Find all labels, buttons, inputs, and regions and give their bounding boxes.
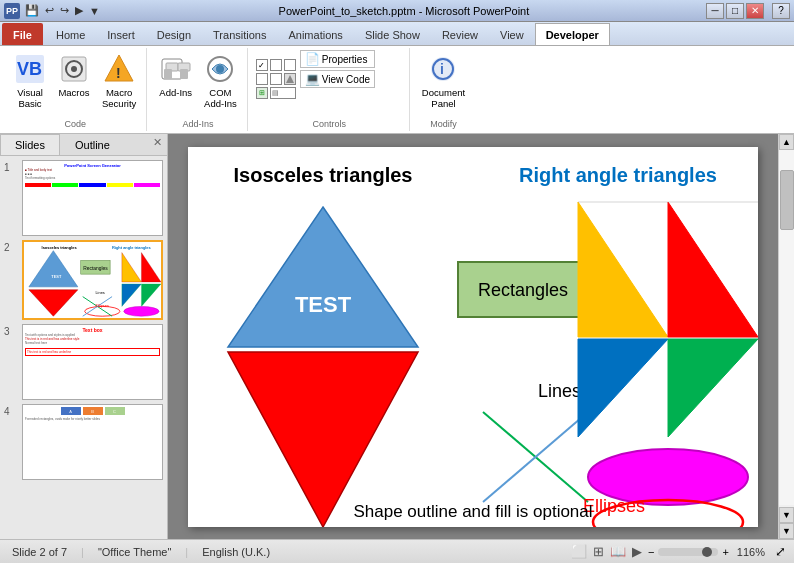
macro-security-button[interactable]: ! MacroSecurity [98, 50, 140, 113]
tab-developer[interactable]: Developer [535, 23, 610, 45]
svg-text:Isosceles triangles: Isosceles triangles [42, 245, 78, 250]
design-mode-icon[interactable]: ⊞ [256, 87, 268, 99]
slide-sorter-btn[interactable]: ⊞ [593, 544, 604, 559]
controls-group-label: Controls [313, 117, 347, 129]
svg-text:i: i [440, 61, 444, 77]
slide-main: Isosceles triangles Right angle triangle… [188, 147, 758, 527]
checkbox-3[interactable] [284, 59, 296, 71]
zoom-level: 116% [733, 546, 769, 558]
window-controls: ─ □ ✕ ? [706, 3, 790, 19]
slide-panel[interactable]: 1 PowerPoint Screen Generator ■ Title an… [0, 156, 167, 539]
tab-review[interactable]: Review [431, 23, 489, 45]
slideshow-btn[interactable]: ▶ [632, 544, 642, 559]
slide-thumb-2: 2 Rectangles [4, 240, 163, 320]
svg-text:!: ! [116, 65, 121, 81]
zoom-bar: − + 116% [648, 546, 769, 558]
add-ins-button[interactable]: Add-Ins [155, 50, 196, 101]
svg-marker-25 [141, 284, 161, 307]
checkbox-4[interactable] [256, 73, 268, 85]
control-box: ▤ [270, 87, 296, 99]
window-title: PowerPoint_to_sketch.pptm - Microsoft Po… [102, 5, 706, 17]
modify-group-label: Modify [430, 117, 457, 129]
svg-point-13 [216, 65, 224, 73]
svg-text:Lines: Lines [95, 290, 104, 295]
macros-button[interactable]: Macros [54, 50, 94, 101]
svg-point-4 [71, 66, 77, 72]
code-group-content: VB VisualBasic Macros [10, 50, 140, 117]
ribbon-group-code: VB VisualBasic Macros [4, 48, 147, 131]
checkbox-6[interactable] [284, 73, 296, 85]
addins-group-label: Add-Ins [183, 117, 214, 129]
svg-marker-23 [141, 253, 161, 282]
slide-info: Slide 2 of 7 [8, 546, 71, 558]
undo-btn[interactable]: ↩ [43, 3, 56, 18]
slide-preview-4[interactable]: A B C Formatted rectangles, ovals make f… [22, 404, 163, 480]
macro-security-label: MacroSecurity [102, 87, 136, 110]
tab-transitions[interactable]: Transitions [202, 23, 277, 45]
svg-marker-18 [29, 251, 78, 287]
com-add-ins-button[interactable]: COMAdd-Ins [200, 50, 241, 113]
sidebar-tabs: Slides Outline ✕ [0, 134, 167, 156]
quicklaunch-btn[interactable]: ▶ [73, 3, 85, 18]
tab-view[interactable]: View [489, 23, 535, 45]
tab-slides[interactable]: Slides [0, 134, 60, 155]
scroll-up-btn[interactable]: ▲ [779, 134, 794, 150]
quick-access-toolbar: 💾 ↩ ↪ ▶ ▼ [23, 3, 102, 18]
properties-icon: 📄 [305, 52, 320, 66]
tab-slideshow[interactable]: Slide Show [354, 23, 431, 45]
redo-btn[interactable]: ↪ [58, 3, 71, 18]
close-btn[interactable]: ✕ [746, 3, 764, 19]
add-ins-icon [160, 53, 192, 85]
slide-preview-1[interactable]: PowerPoint Screen Generator ■ Title and … [22, 160, 163, 236]
restore-btn[interactable]: □ [726, 3, 744, 19]
visual-basic-icon: VB [14, 53, 46, 85]
content-area: Isosceles triangles Right angle triangle… [168, 134, 778, 539]
slide-preview-2[interactable]: Rectangles Isosceles triangles [22, 240, 163, 320]
fit-window-btn[interactable]: ⤢ [775, 544, 786, 559]
document-panel-button[interactable]: i DocumentPanel [418, 50, 469, 113]
status-right: ⬜ ⊞ 📖 ▶ − + 116% ⤢ [571, 544, 786, 559]
title-bar: PP 💾 ↩ ↪ ▶ ▼ PowerPoint_to_sketch.pptm -… [0, 0, 794, 22]
dropdown-btn[interactable]: ▼ [87, 4, 102, 18]
tab-outline[interactable]: Outline [60, 134, 125, 155]
tab-animations[interactable]: Animations [277, 23, 353, 45]
tab-insert[interactable]: Insert [96, 23, 146, 45]
zoom-in-btn[interactable]: + [722, 546, 728, 558]
scroll-thumb[interactable] [780, 170, 794, 230]
zoom-out-btn[interactable]: − [648, 546, 654, 558]
status-bar: Slide 2 of 7 | "Office Theme" | English … [0, 539, 794, 563]
save-btn[interactable]: 💾 [23, 3, 41, 18]
scroll-track[interactable] [779, 150, 794, 505]
visual-basic-button[interactable]: VB VisualBasic [10, 50, 50, 113]
checkbox-5[interactable] [270, 73, 282, 85]
slide-num-1: 1 [4, 160, 18, 173]
tab-home[interactable]: Home [45, 23, 96, 45]
macros-icon [58, 53, 90, 85]
zoom-slider[interactable] [658, 548, 718, 556]
view-code-button[interactable]: 💻 View Code [300, 70, 375, 88]
help-btn[interactable]: ? [772, 3, 790, 19]
slide-preview-3[interactable]: Text box Text with options and styles is… [22, 324, 163, 400]
ribbon-tabs: File Home Insert Design Transitions Anim… [0, 22, 794, 46]
checkbox-1[interactable]: ✓ [256, 59, 268, 71]
tab-design[interactable]: Design [146, 23, 202, 45]
slide-svg: Isosceles triangles Right angle triangle… [188, 147, 758, 527]
minimize-btn[interactable]: ─ [706, 3, 724, 19]
scroll-down-btn[interactable]: ▼ [779, 507, 794, 523]
tab-file[interactable]: File [2, 23, 43, 45]
normal-view-btn[interactable]: ⬜ [571, 544, 587, 559]
test-label: TEST [295, 292, 352, 317]
scroll-down-btn2[interactable]: ▼ [779, 523, 794, 539]
controls-group-content: ✓ ⊞ ▤ [256, 50, 403, 117]
svg-text:Right angle triangles: Right angle triangles [112, 245, 151, 250]
ribbon: VB VisualBasic Macros [0, 46, 794, 134]
title-bar-left: PP 💾 ↩ ↪ ▶ ▼ [4, 3, 102, 19]
reading-view-btn[interactable]: 📖 [610, 544, 626, 559]
properties-button[interactable]: 📄 Properties [300, 50, 375, 68]
sidebar-close-btn[interactable]: ✕ [148, 134, 167, 155]
checkbox-2[interactable] [270, 59, 282, 71]
slide-num-2: 2 [4, 240, 18, 253]
properties-label: Properties [322, 54, 368, 65]
visual-basic-label: VisualBasic [17, 87, 43, 110]
zoom-thumb[interactable] [702, 547, 712, 557]
